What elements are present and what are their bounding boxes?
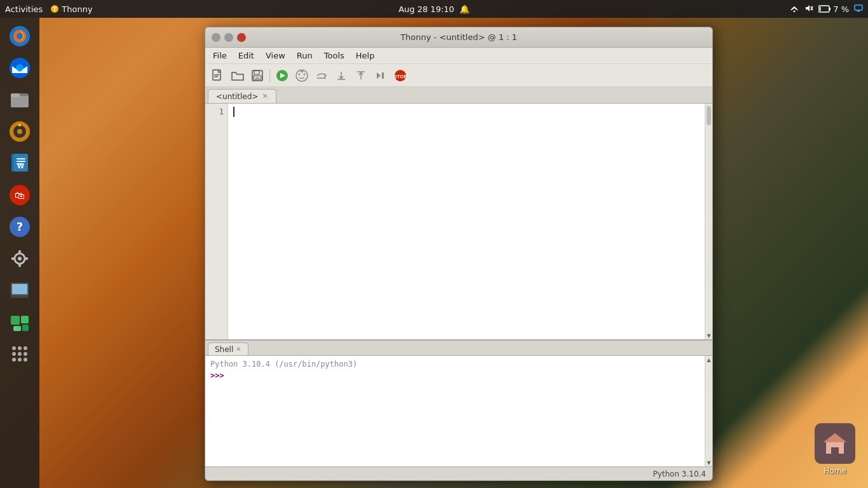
statusbar-python-version: Python 3.10.4 (653, 470, 706, 478)
open-button[interactable] (229, 67, 247, 85)
svg-rect-36 (18, 264, 21, 267)
menu-tools[interactable]: Tools (319, 50, 349, 62)
battery-icon: 7 % (818, 4, 849, 14)
shell-tab[interactable]: Shell ✕ (208, 342, 248, 355)
help-icon: ? (8, 215, 31, 238)
shell-tab-label: Shell (215, 345, 233, 354)
battery-indicator-icon (818, 5, 831, 13)
svg-rect-25 (17, 158, 25, 159)
menu-run[interactable]: Run (292, 50, 318, 62)
toolbar-separator-1 (269, 69, 270, 82)
display-icon (854, 4, 863, 12)
dock-item-apps-grid[interactable] (5, 339, 34, 369)
dock-item-help[interactable]: ? (5, 212, 34, 241)
step-out-icon (355, 69, 367, 82)
svg-point-34 (18, 257, 22, 261)
resume-button[interactable] (372, 67, 390, 85)
maximize-button[interactable] (224, 33, 233, 42)
editor-tabs: <untitled> ✕ (205, 87, 712, 104)
run-button[interactable] (273, 67, 291, 85)
home-label: Home (824, 466, 846, 475)
editor-area: <untitled> ✕ 1 ▲ ▼ (205, 87, 712, 339)
dock-item-firefox[interactable] (5, 22, 34, 51)
activities-button[interactable]: Activities (5, 4, 43, 14)
dock: W 🛍 ? (0, 18, 39, 488)
save-icon (251, 69, 264, 82)
editor-scrollbar[interactable]: ▲ ▼ (705, 104, 712, 339)
svg-rect-26 (17, 161, 25, 162)
dock-item-extension[interactable] (5, 308, 34, 337)
shell-scrollbar-down[interactable]: ▼ (705, 459, 712, 466)
code-editor-container[interactable]: 1 ▲ ▼ (205, 104, 712, 339)
extension-icon (8, 311, 31, 334)
dock-item-thunderbird[interactable] (5, 53, 34, 83)
svg-rect-8 (855, 5, 862, 10)
debug-button[interactable] (293, 67, 311, 85)
window-title: Thonny - <untitled> @ 1 : 1 (400, 32, 517, 42)
shell-content[interactable]: Python 3.10.4 (/usr/bin/python3) >>> ▲ ▼ (205, 356, 712, 466)
svg-rect-72 (382, 72, 384, 79)
svg-rect-7 (820, 7, 821, 11)
shell-tabs: Shell ✕ (205, 341, 712, 356)
tab-close-button[interactable]: ✕ (262, 92, 268, 100)
cursor-line (233, 106, 700, 118)
new-button[interactable] (209, 67, 227, 85)
shell-prompt: >>> (210, 371, 224, 380)
svg-point-2 (794, 10, 796, 12)
code-content[interactable] (228, 104, 705, 339)
menu-edit[interactable]: Edit (233, 50, 259, 62)
home-folder-icon (815, 423, 855, 464)
shell-scrollbar[interactable]: ▲ ▼ (705, 356, 712, 466)
svg-rect-18 (11, 93, 20, 97)
save-button[interactable] (248, 67, 266, 85)
thunderbird-icon (8, 57, 31, 79)
svg-rect-41 (11, 295, 29, 298)
topbar-center: Aug 28 19:10 🔔 (398, 4, 470, 14)
svg-point-65 (304, 73, 306, 75)
shell-text[interactable]: Python 3.10.4 (/usr/bin/python3) >>> (205, 356, 705, 466)
dock-item-appstore[interactable]: 🛍 (5, 180, 34, 210)
dock-item-files[interactable] (5, 85, 34, 114)
svg-point-15 (16, 64, 24, 72)
svg-point-22 (18, 124, 21, 126)
resume-icon (374, 69, 387, 82)
svg-point-53 (18, 358, 22, 362)
step-out-button[interactable] (352, 67, 370, 85)
tab-label: <untitled> (216, 92, 258, 101)
minimize-button[interactable] (212, 33, 220, 42)
step-over-button[interactable] (313, 67, 330, 85)
dock-item-rhythmbox[interactable] (5, 117, 34, 146)
home-icon-svg (821, 431, 849, 456)
dock-item-scanner[interactable] (5, 276, 34, 305)
shell-scrollbar-up[interactable]: ▲ (705, 356, 712, 363)
svg-point-46 (12, 346, 16, 350)
svg-rect-45 (22, 325, 29, 331)
statusbar: Python 3.10.4 (205, 466, 712, 480)
menu-view[interactable]: View (261, 50, 290, 62)
shell-prompt-line[interactable]: >>> (210, 371, 700, 380)
run-icon (275, 69, 289, 83)
close-button[interactable] (237, 33, 246, 42)
svg-rect-37 (11, 257, 15, 260)
shell-tab-close[interactable]: ✕ (236, 346, 241, 353)
scrollbar-thumb[interactable] (707, 106, 711, 125)
notification-icon: 🔔 (459, 4, 470, 14)
svg-text:?: ? (17, 220, 23, 233)
writer-icon: W (8, 152, 31, 175)
scrollbar-down-arrow[interactable]: ▼ (705, 332, 712, 339)
dock-item-settings[interactable] (5, 244, 34, 273)
stop-button[interactable]: STOP (391, 67, 409, 85)
menu-file[interactable]: File (208, 50, 232, 62)
step-into-button[interactable] (332, 67, 350, 85)
svg-point-47 (18, 346, 22, 350)
app-indicator: T Thonny (50, 4, 92, 14)
apps-grid-icon (10, 344, 30, 364)
menu-help[interactable]: Help (351, 50, 380, 62)
svg-rect-35 (18, 250, 21, 254)
svg-rect-59 (254, 71, 259, 74)
debug-icon (295, 69, 309, 83)
editor-tab-untitled[interactable]: <untitled> ✕ (208, 89, 276, 103)
dock-item-writer[interactable]: W (5, 149, 34, 178)
python-version-info: Python 3.10.4 (/usr/bin/python3) (210, 360, 700, 369)
home-desktop-icon[interactable]: Home (815, 423, 855, 475)
